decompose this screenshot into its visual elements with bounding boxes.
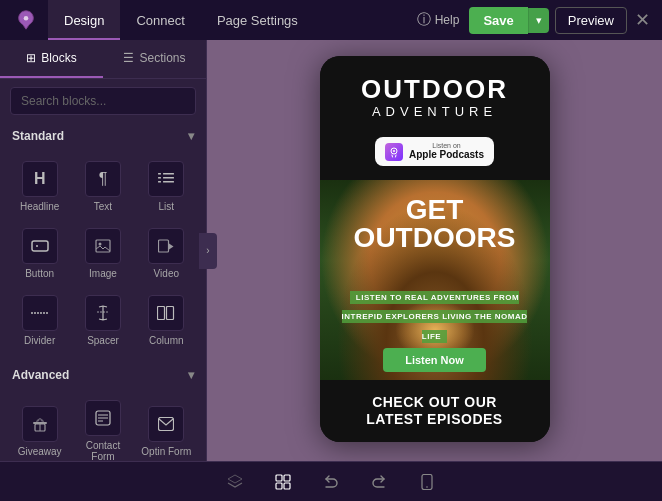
layers-toolbar-button[interactable] <box>221 468 249 496</box>
svg-rect-5 <box>158 181 161 183</box>
advanced-section-header: Advanced ▾ <box>0 362 206 388</box>
headline-block-icon: H <box>22 161 58 197</box>
save-dropdown-button[interactable]: ▾ <box>528 8 549 33</box>
chevron-down-icon: ▾ <box>188 129 194 143</box>
email-hero-section: GET OUTDOORS LISTEN TO REAL ADVENTURES F… <box>320 180 550 380</box>
svg-rect-26 <box>284 475 290 481</box>
block-video[interactable]: Video <box>135 220 198 287</box>
brand-name: OUTDOOR <box>336 76 534 102</box>
undo-toolbar-button[interactable] <box>317 468 345 496</box>
block-column[interactable]: Column <box>135 287 198 354</box>
podcast-icon <box>385 143 403 161</box>
svg-point-10 <box>98 243 101 246</box>
redo-toolbar-button[interactable] <box>365 468 393 496</box>
chevron-down-icon: ▾ <box>536 14 542 26</box>
sidebar-collapse-handle[interactable]: › <box>199 233 217 269</box>
tab-connect[interactable]: Connect <box>120 0 200 40</box>
standard-section-header: Standard ▾ <box>0 123 206 149</box>
svg-point-0 <box>24 16 29 21</box>
block-spacer[interactable]: Spacer <box>71 287 134 354</box>
sidebar-tab-blocks[interactable]: ⊞ Blocks <box>0 40 103 78</box>
listen-now-button[interactable]: Listen Now <box>383 348 486 372</box>
tab-page-settings[interactable]: Page Settings <box>201 0 314 40</box>
hero-cta-area: Listen Now <box>320 348 550 372</box>
svg-rect-2 <box>163 173 174 175</box>
chevron-left-icon: › <box>206 245 209 256</box>
canvas-area: OUTDOOR ADVENTURE <box>207 40 662 461</box>
block-text[interactable]: ¶ Text <box>71 153 134 220</box>
email-content: OUTDOOR ADVENTURE <box>320 56 550 442</box>
preview-button[interactable]: Preview <box>555 7 627 34</box>
advanced-blocks-grid: Giveaway Contact Form <box>0 388 206 461</box>
device-view-toolbar-button[interactable] <box>413 468 441 496</box>
image-block-icon <box>85 228 121 264</box>
svg-rect-9 <box>96 240 110 252</box>
tab-design[interactable]: Design <box>48 0 120 40</box>
sections-tab-icon: ☰ <box>123 51 134 65</box>
block-contact-form[interactable]: Contact Form <box>71 392 134 461</box>
button-block-icon <box>22 228 58 264</box>
svg-rect-4 <box>163 177 174 179</box>
standard-blocks-grid: H Headline ¶ Text <box>0 149 206 358</box>
hero-tagline: LISTEN TO REAL ADVENTURES FROM INTREPID … <box>330 286 540 344</box>
block-list[interactable]: List <box>135 153 198 220</box>
block-button[interactable]: Button <box>8 220 71 287</box>
block-headline[interactable]: H Headline <box>8 153 71 220</box>
sidebar-tab-sections[interactable]: ☰ Sections <box>103 40 206 78</box>
svg-rect-7 <box>32 241 48 251</box>
email-header-section: OUTDOOR ADVENTURE <box>320 56 550 180</box>
giveaway-block-icon <box>22 406 58 442</box>
svg-rect-3 <box>158 177 161 179</box>
search-area <box>0 79 206 123</box>
blocks-toolbar-button[interactable] <box>269 468 297 496</box>
podcast-badge: Listen on Apple Podcasts <box>375 137 494 166</box>
help-link[interactable]: ⓘ Help <box>417 11 460 29</box>
block-giveaway[interactable]: Giveaway <box>8 392 71 461</box>
podcast-badge-text: Listen on Apple Podcasts <box>409 142 484 161</box>
divider-block-icon <box>22 295 58 331</box>
save-button[interactable]: Save <box>469 7 527 34</box>
email-footer-section: CHECK OUT OUR LATEST EPISODES <box>320 380 550 442</box>
text-block-icon: ¶ <box>85 161 121 197</box>
bottom-toolbar <box>0 461 662 501</box>
sidebar-tab-bar: ⊞ Blocks ☰ Sections <box>0 40 206 79</box>
list-block-icon <box>148 161 184 197</box>
svg-rect-28 <box>284 483 290 489</box>
svg-rect-15 <box>167 307 174 320</box>
video-block-icon <box>148 228 184 264</box>
chevron-down-icon: ▾ <box>188 368 194 382</box>
svg-rect-11 <box>159 240 169 252</box>
svg-rect-6 <box>163 181 174 183</box>
svg-rect-22 <box>159 417 174 430</box>
app-logo <box>12 6 40 34</box>
optin-form-block-icon <box>148 406 184 442</box>
spacer-block-icon <box>85 295 121 331</box>
top-bar: Design Connect Page Settings ⓘ Help Save… <box>0 0 662 40</box>
main-layout: ⊞ Blocks ☰ Sections Standard ▾ <box>0 40 662 461</box>
hero-text-overlay: GET OUTDOORS <box>320 180 550 252</box>
svg-rect-1 <box>158 173 161 175</box>
column-block-icon <box>148 295 184 331</box>
svg-rect-27 <box>276 483 282 489</box>
sidebar: ⊞ Blocks ☰ Sections Standard ▾ <box>0 40 207 461</box>
svg-rect-14 <box>158 307 165 320</box>
search-input[interactable] <box>10 87 196 115</box>
svg-rect-25 <box>276 475 282 481</box>
svg-point-30 <box>426 486 428 488</box>
brand-subtitle: ADVENTURE <box>336 104 534 119</box>
svg-point-24 <box>393 150 395 152</box>
block-optin-form[interactable]: Optin Form <box>135 392 198 461</box>
svg-point-8 <box>36 245 38 247</box>
close-button[interactable]: ✕ <box>635 9 650 31</box>
block-image[interactable]: Image <box>71 220 134 287</box>
email-preview: OUTDOOR ADVENTURE <box>320 56 550 442</box>
footer-text: CHECK OUT OUR LATEST EPISODES <box>330 394 540 428</box>
contact-form-block-icon <box>85 400 121 436</box>
help-circle-icon: ⓘ <box>417 11 431 29</box>
blocks-tab-icon: ⊞ <box>26 51 36 65</box>
block-divider[interactable]: Divider <box>8 287 71 354</box>
